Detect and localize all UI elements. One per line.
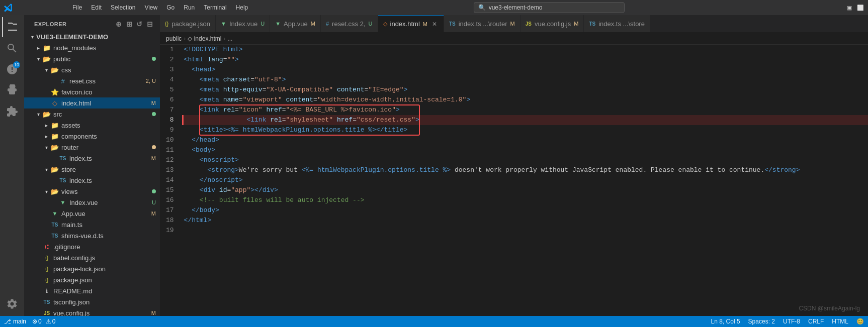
line-endings[interactable]: CRLF [808, 318, 824, 325]
code-token: </strong> [764, 165, 800, 175]
breadcrumb-ellipsis[interactable]: ... [227, 35, 232, 42]
tree-gitignore[interactable]: ▸ ⑆ .gitignore [24, 241, 160, 252]
tree-index-html[interactable]: ▸ ◇ index.html M [24, 97, 160, 108]
editor-content[interactable]: 1 2 3 4 5 6 7 8 9 10 11 12 13 14 15 16 1… [160, 45, 868, 316]
title-bar-left [4, 3, 64, 12]
sidebar-toggle-icon[interactable]: ▣ [846, 4, 853, 11]
feedback-icon[interactable]: 😊 [856, 318, 864, 325]
tab-index-ts-store[interactable]: TS index.ts ...\store [584, 15, 650, 33]
git-activity-icon[interactable]: 10 [2, 59, 22, 79]
tree-router[interactable]: ▾ 📂 router [24, 142, 160, 153]
tree-package-json[interactable]: ▸ {} package.json [24, 274, 160, 285]
tab-close-icon[interactable]: ✕ [430, 20, 439, 28]
global-search-bar[interactable]: 🔍 vue3-element-demo [474, 2, 625, 13]
file-language[interactable]: HTML [832, 318, 848, 325]
code-token [184, 95, 200, 105]
code-token: <meta [200, 75, 223, 85]
breadcrumb-public[interactable]: public [166, 35, 182, 42]
extensions-activity-icon[interactable] [2, 101, 22, 122]
tree-reset-css[interactable]: ▸ # reset.css 2, U [24, 75, 160, 86]
tab-vue-config-js[interactable]: JS vue.config.js M [520, 15, 584, 33]
breadcrumb-index-html[interactable]: ◇ index.html [188, 35, 221, 42]
tree-favicon[interactable]: ▸ ⭐ favicon.ico [24, 86, 160, 97]
menu-edit[interactable]: Edit [87, 3, 106, 12]
new-folder-icon[interactable]: ⊞ [125, 19, 134, 29]
public-modified-dot [152, 57, 156, 61]
tree-components[interactable]: ▸ 📁 components [24, 131, 160, 142]
tree-store[interactable]: ▾ 📂 store [24, 164, 160, 175]
debug-activity-icon[interactable] [2, 80, 22, 100]
menu-run[interactable]: Run [180, 3, 199, 12]
code-token: = [353, 116, 357, 124]
breadcrumb-sep-1: › [184, 35, 186, 42]
menu-file[interactable]: File [68, 3, 86, 12]
settings-activity-icon[interactable] [2, 294, 22, 314]
line-num-9: 9 [166, 125, 174, 135]
tree-src[interactable]: ▾ 📂 src [24, 108, 160, 120]
menu-selection[interactable]: Selection [107, 3, 139, 12]
tree-readme[interactable]: ▸ ℹ README.md [24, 285, 160, 296]
tab-index-html-badge: M [423, 21, 427, 27]
menu-view[interactable]: View [140, 3, 161, 12]
explorer-activity-icon[interactable] [2, 17, 22, 37]
cursor-position[interactable]: Ln 8, Col 5 [711, 318, 740, 325]
tab-app-vue[interactable]: ▼ App.vue M [270, 15, 321, 33]
code-token: "IE=edge" [368, 85, 403, 95]
tab-index-vue[interactable]: ▼ Index.vue U [216, 15, 270, 33]
menu-go[interactable]: Go [162, 3, 179, 12]
tree-root[interactable]: ▾ VUE3-ELEMENT-DEMO [24, 31, 160, 42]
code-lines[interactable]: <!DOCTYPE html> <html lang=""> <head> <m… [182, 45, 868, 316]
tree-index-vue[interactable]: ▸ ▼ Index.vue U [24, 197, 160, 208]
menu-help[interactable]: Help [232, 3, 252, 12]
layout-icon[interactable]: ⬜ [857, 4, 864, 11]
tree-vue-config[interactable]: ▸ JS vue.config.js M [24, 307, 160, 316]
ts-file-icon: TS [58, 176, 67, 185]
git-branch-label[interactable]: main [13, 318, 26, 325]
code-token: id [219, 185, 227, 195]
code-line-11: <body> [184, 145, 868, 155]
code-token [184, 155, 200, 165]
code-token: > [466, 95, 470, 105]
router-modified-dot [152, 145, 156, 149]
code-token: = [250, 75, 254, 85]
indentation[interactable]: Spaces: 2 [748, 318, 775, 325]
tree-css-folder[interactable]: ▾ 📂 css [24, 64, 160, 75]
code-token: <meta [200, 85, 223, 95]
tab-index-ts-router[interactable]: TS index.ts ...\router M [444, 15, 520, 33]
tree-views[interactable]: ▾ 📂 views [24, 186, 160, 197]
tree-public[interactable]: ▾ 📂 public [24, 53, 160, 64]
line-num-7: 7 [166, 105, 174, 115]
tree-router-index[interactable]: ▸ TS index.ts M [24, 153, 160, 164]
menu-terminal[interactable]: Terminal [200, 3, 230, 12]
tab-package-json[interactable]: {} package.json [160, 15, 216, 33]
tree-shims-vue[interactable]: ▸ TS shims-vue.d.ts [24, 230, 160, 241]
tree-node-modules[interactable]: ▸ 📁 node_modules [24, 42, 160, 53]
line-num-14: 14 [166, 175, 174, 185]
src-modified-dot [152, 112, 156, 116]
tree-store-index[interactable]: ▸ TS index.ts [24, 175, 160, 186]
index-vue-badge: U [152, 199, 156, 205]
code-token: > [235, 55, 239, 65]
new-file-icon[interactable]: ⊕ [115, 19, 123, 29]
collapse-icon[interactable]: ⊟ [146, 19, 154, 29]
tree-tsconfig[interactable]: ▸ TS tsconfig.json [24, 296, 160, 307]
src-arrow-icon: ▾ [34, 112, 42, 117]
tab-index-html[interactable]: ◇ index.html M ✕ [378, 15, 444, 33]
tree-package-lock[interactable]: ▸ {} package-lock.json [24, 263, 160, 274]
line-num-10: 10 [166, 135, 174, 145]
search-activity-icon[interactable] [2, 38, 22, 58]
tree-app-vue[interactable]: ▸ ▼ App.vue M [24, 208, 160, 219]
code-line-15: <div id="app"></div> [184, 185, 868, 195]
tab-package-json-label: package.json [171, 20, 210, 28]
tree-assets[interactable]: ▸ 📁 assets [24, 120, 160, 131]
tab-reset-css[interactable]: # reset.css 2, U [321, 15, 378, 33]
code-token [184, 145, 192, 155]
sidebar-header: EXPLORER ⊕ ⊞ ↺ ⊟ [24, 15, 160, 31]
file-encoding[interactable]: UTF-8 [783, 318, 800, 325]
store-index-label: index.ts [69, 177, 160, 184]
refresh-icon[interactable]: ↺ [135, 19, 144, 29]
tree-babel-config[interactable]: ▸ {} babel.config.js [24, 252, 160, 263]
favicon-icon: ⭐ [50, 87, 59, 96]
tree-main-ts[interactable]: ▸ TS main.ts [24, 219, 160, 230]
code-token: > [415, 116, 419, 124]
